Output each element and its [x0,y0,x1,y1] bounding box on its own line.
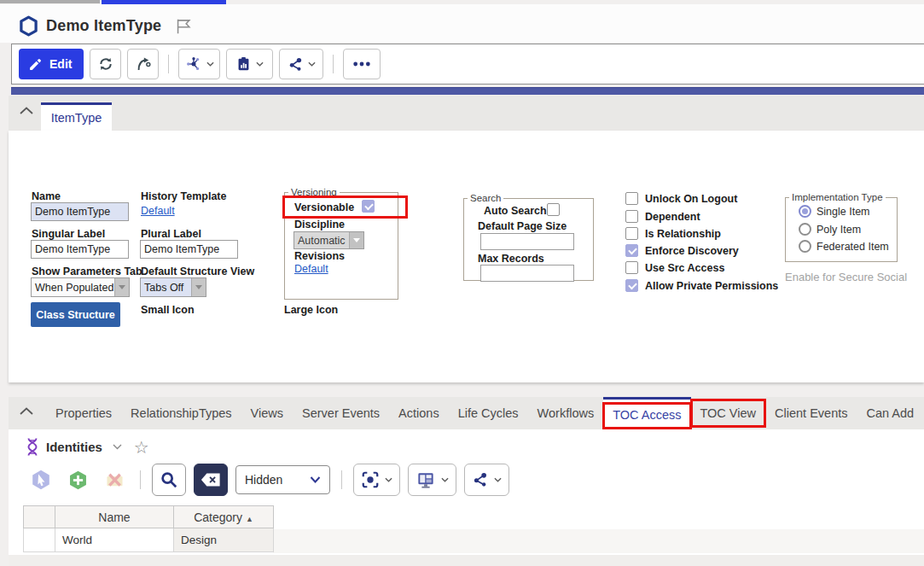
default-page-size-input[interactable] [480,233,574,250]
tab-life-cycles[interactable]: Life Cycles [449,397,528,429]
delete-icon [103,469,126,492]
large-icon-label: Large Icon [284,304,338,316]
select-items-button[interactable] [26,465,55,494]
structure-icon [185,55,202,73]
federated-item-radio[interactable] [799,240,811,253]
collapse-panel-icon[interactable] [19,106,36,121]
grid-select-column-header[interactable] [24,506,55,528]
progress-bar [11,87,924,95]
add-icon [67,469,90,492]
chevron-down-icon[interactable] [113,444,122,450]
report-dropdown-button[interactable] [226,49,273,79]
tab-properties[interactable]: Properties [46,397,121,429]
sort-ascending-icon: ▲ [246,515,253,523]
tab-server-events[interactable]: Server Events [293,397,389,429]
unlock-on-logout-checkbox[interactable] [625,192,638,205]
discipline-label: Discipline [294,219,345,230]
singular-input[interactable] [31,240,129,259]
discipline-select[interactable]: Automatic [293,231,364,249]
history-template-link[interactable]: Default [141,205,175,217]
refresh-button[interactable] [90,49,121,79]
is-relationship-row: Is Relationship [625,227,721,240]
share-grid-dropdown-button[interactable] [464,464,509,496]
edit-button-label: Edit [49,57,72,71]
structure-view-select[interactable]: Tabs Off [140,277,206,297]
tab-workflows[interactable]: Workflows [528,397,604,429]
show-parameters-select[interactable]: When Populated [31,277,130,297]
add-row-button[interactable] [63,465,92,494]
grid-footer-strip [9,555,924,566]
focus-dropdown-button[interactable] [353,464,400,496]
promote-icon [135,55,152,73]
collapse-panel-icon[interactable] [19,406,36,422]
tab-views[interactable]: Views [241,397,293,429]
tab-actions[interactable]: Actions [389,397,449,429]
favorite-star-icon[interactable]: ☆ [134,439,149,456]
singular-label: Singular Label [32,228,105,240]
revisions-link[interactable]: Default [294,263,328,275]
use-src-access-checkbox[interactable] [625,261,638,274]
hidden-view-select[interactable]: Hidden [235,465,330,494]
grid-cell-name[interactable]: World [55,528,174,552]
identities-title: Identities [46,440,102,454]
grid-row-selector[interactable] [24,528,55,552]
class-structure-button[interactable]: Class Structure [31,302,120,327]
itemtype-tabstrip: ItemType [9,96,924,131]
grid-row-world[interactable]: World Design [24,528,274,552]
tab-relationshiptypes[interactable]: RelationshipTypes [121,397,241,429]
chevron-down-icon [256,61,264,67]
edit-button[interactable]: Edit [19,49,84,79]
select-arrow-icon [191,278,206,296]
dependent-checkbox[interactable] [625,210,638,223]
max-records-label: Max Records [478,253,544,265]
allow-private-permissions-label: Allow Private Permissions [645,280,778,292]
versionable-checkbox[interactable] [362,200,375,213]
use-src-access-label: Use Src Access [645,262,724,274]
grid-category-column-header[interactable]: Category▲ [174,506,274,528]
dependent-row: Dependent [625,210,700,223]
use-src-access-row: Use Src Access [625,261,724,274]
item-header: Demo ItemType [0,4,924,43]
identities-toolbar: Hidden [26,464,509,496]
secure-social-label: Enable for Secure Social [785,271,907,283]
poly-item-radio[interactable] [799,223,811,236]
chevron-down-icon [310,476,321,483]
structure-view-value: Tabs Off [141,282,191,294]
identities-dna-icon [26,437,39,457]
inactive-tab-strip[interactable] [0,0,100,3]
is-relationship-checkbox[interactable] [625,227,638,240]
search-button[interactable] [152,464,186,496]
tab-toc-access[interactable]: TOC Access [603,397,690,429]
search-icon [160,470,178,489]
show-parameters-label: Show Parameters Tab [32,265,142,277]
show-parameters-value: When Populated [32,282,114,294]
federated-item-row: Federated Item [799,240,889,253]
relationship-tabstrip: Properties RelationshipTypes Views Serve… [9,397,924,429]
single-item-radio[interactable] [799,205,811,218]
versionable-label: Versionable [294,201,354,213]
promote-button[interactable] [127,49,159,79]
grid-name-column-header[interactable]: Name [55,506,174,528]
display-dropdown-button[interactable] [408,464,456,496]
tab-toc-view[interactable]: TOC View [691,397,766,429]
enforce-discovery-checkbox[interactable] [625,244,638,257]
more-actions-button[interactable] [343,49,381,79]
tab-itemtype[interactable]: ItemType [41,102,112,131]
name-input[interactable] [31,202,129,221]
auto-search-checkbox[interactable] [547,203,560,216]
poly-item-row: Poly Item [799,223,861,236]
clear-search-button[interactable] [194,464,228,496]
structure-dropdown-button[interactable] [178,49,220,79]
share-dropdown-button[interactable] [279,49,323,79]
allow-private-permissions-checkbox[interactable] [625,279,638,292]
tab-can-add[interactable]: Can Add [857,397,923,429]
max-records-input[interactable] [480,265,574,282]
delete-row-button[interactable] [100,465,129,494]
grid-cell-category[interactable]: Design [174,528,274,552]
flag-icon[interactable] [174,17,193,36]
tab-client-events[interactable]: Client Events [765,397,857,429]
plural-input[interactable] [140,240,238,259]
allow-private-permissions-row: Allow Private Permissions [625,279,778,292]
main-toolbar: Edit [11,44,924,85]
grid-row-band [273,529,924,553]
